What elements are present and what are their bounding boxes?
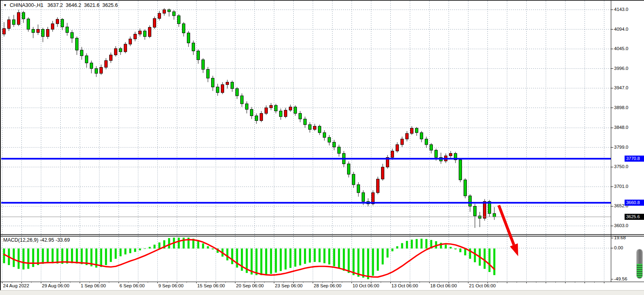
candle-body xyxy=(182,24,185,33)
macd-histogram-bar xyxy=(115,249,117,259)
candle-body xyxy=(8,20,11,29)
candle-body xyxy=(391,151,394,158)
macd-histogram-bar xyxy=(212,249,214,249)
macd-indicator-label: MACD(12,26,9) -42.95 -33.69 xyxy=(3,237,70,243)
quote-open: 3637.2 xyxy=(47,2,63,8)
time-axis-label: 21 Oct 06:00 xyxy=(469,283,496,289)
candle-body xyxy=(483,202,486,219)
macd-axis-label: -49.56 xyxy=(614,276,627,282)
macd-histogram-bar xyxy=(154,244,156,249)
candle-body xyxy=(173,12,176,16)
bid-price-badge: 3625.6 xyxy=(625,214,644,220)
macd-histogram-bar xyxy=(236,249,238,268)
time-axis-label: 1 Sep 06:00 xyxy=(81,283,106,289)
candle-body xyxy=(377,179,379,193)
scrollbar-thumb[interactable] xyxy=(637,249,642,278)
candle-body xyxy=(474,206,477,216)
macd-histogram-bar xyxy=(328,249,330,264)
macd-histogram-bar xyxy=(294,249,297,267)
candle-body xyxy=(299,114,302,119)
candle-body xyxy=(493,213,496,217)
price-axis-label: 3799.0 xyxy=(614,145,628,150)
candle-body xyxy=(114,48,117,55)
scrollbar-thumb-top xyxy=(637,249,642,264)
macd-histogram-bar xyxy=(13,249,15,267)
macd-histogram-bar xyxy=(139,249,141,250)
macd-histogram-bar xyxy=(168,238,170,249)
support-level-badge: 3660.8 xyxy=(625,200,644,206)
candle-body xyxy=(406,133,409,139)
macd-histogram-bar xyxy=(125,249,127,255)
price-axis-label: 4045.0 xyxy=(614,46,628,51)
macd-histogram-bar xyxy=(134,249,136,252)
candle-body xyxy=(328,137,331,142)
candle-body xyxy=(66,27,69,33)
candle-body xyxy=(144,31,146,37)
macd-histogram-bar xyxy=(270,249,272,274)
window-left-edge xyxy=(0,0,1,290)
macd-histogram-bar xyxy=(261,249,263,275)
chart-title: ▼ CHINA300-,H1 3637.2 3646.2 3621.6 3625… xyxy=(3,2,121,8)
macd-histogram-bar xyxy=(416,239,418,249)
candle-body xyxy=(139,31,142,34)
macd-histogram-bar xyxy=(382,249,384,264)
candle-body xyxy=(284,110,287,117)
symbol-dropdown-icon[interactable]: ▼ xyxy=(3,3,7,7)
candle-body xyxy=(85,56,88,63)
candle-body xyxy=(449,154,452,156)
macd-histogram-bar xyxy=(411,240,413,249)
candle-body xyxy=(95,69,98,74)
macd-histogram-bar xyxy=(358,249,360,277)
candle-body xyxy=(47,30,49,37)
macd-histogram-bar xyxy=(57,249,59,263)
resistance-level-badge: 3770.8 xyxy=(625,156,644,162)
chart-canvas[interactable] xyxy=(0,0,644,295)
macd-histogram-bar xyxy=(489,249,491,272)
macd-histogram-bar xyxy=(71,249,73,263)
macd-histogram-bar xyxy=(460,249,462,252)
chart-window: ▼ CHINA300-,H1 3637.2 3646.2 3621.6 3625… xyxy=(0,0,644,295)
candle-body xyxy=(309,124,311,129)
macd-histogram-bar xyxy=(290,249,292,268)
quote-low: 3621.6 xyxy=(84,2,100,8)
macd-histogram-bar xyxy=(299,249,301,266)
candle-body xyxy=(260,114,263,121)
time-axis-label: 23 Sep 06:00 xyxy=(275,283,303,289)
macd-histogram-bar xyxy=(256,249,258,275)
price-axis-label: 3898.0 xyxy=(614,105,628,110)
candle-body xyxy=(396,145,399,151)
candle-body xyxy=(280,111,282,117)
candle-body xyxy=(124,44,127,52)
macd-histogram-bar xyxy=(81,249,83,264)
macd-histogram-bar xyxy=(202,243,204,249)
candle-body xyxy=(459,160,462,180)
macd-histogram-bar xyxy=(314,249,316,262)
price-axis-label: 3848.0 xyxy=(614,125,628,130)
candle-body xyxy=(27,19,30,30)
candle-body xyxy=(314,126,316,129)
macd-histogram-bar xyxy=(197,241,199,249)
candle-body xyxy=(352,174,355,185)
macd-histogram-bar xyxy=(120,249,122,256)
macd-histogram-bar xyxy=(105,249,107,265)
macd-histogram-bar xyxy=(275,249,277,273)
quote-high: 3646.2 xyxy=(66,2,81,8)
down-arrow-shaft[interactable] xyxy=(499,205,514,245)
price-axis-label: 4143.0 xyxy=(614,7,628,12)
macd-histogram-bar xyxy=(304,249,306,264)
window-bottom-edge xyxy=(0,290,644,295)
macd-histogram-bar xyxy=(421,239,423,249)
price-axis-label: 3947.0 xyxy=(614,85,628,91)
candle-body xyxy=(381,167,384,179)
candle-body xyxy=(168,10,171,12)
candle-body xyxy=(246,104,248,110)
down-arrow-head[interactable] xyxy=(510,243,519,256)
macd-histogram-bar xyxy=(227,249,229,260)
quote-close: 3625.6 xyxy=(102,2,118,8)
candle-body xyxy=(13,20,15,25)
macd-histogram-bar xyxy=(445,244,447,249)
macd-histogram-bar xyxy=(367,249,369,279)
candle-body xyxy=(362,193,365,202)
macd-histogram-bar xyxy=(28,249,30,269)
candle-body xyxy=(37,30,40,33)
